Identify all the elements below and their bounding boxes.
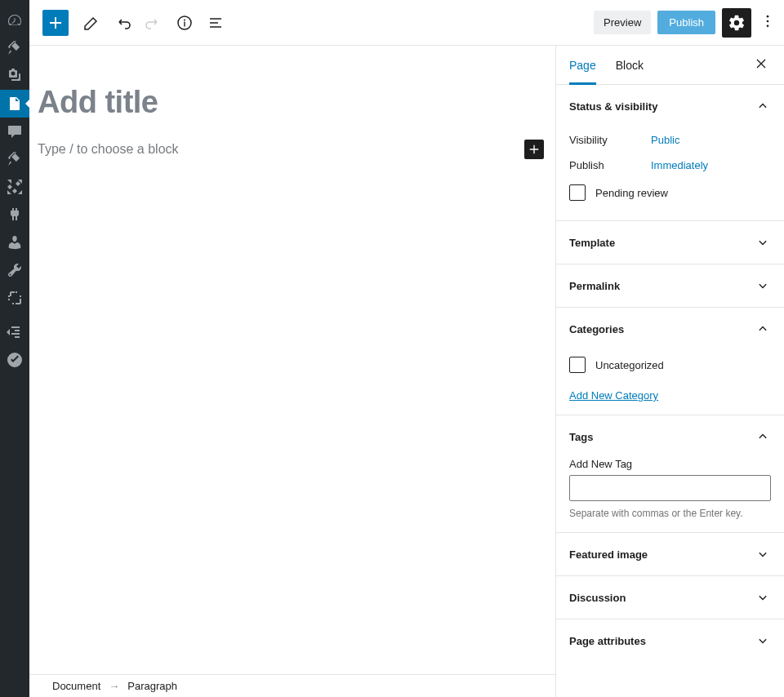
admin-pin2-icon[interactable] [0,145,29,173]
header-right: Preview Publish [594,8,777,38]
svg-point-3 [767,16,769,18]
chevron-down-icon [755,277,771,294]
admin-tools-icon[interactable] [0,256,29,284]
panel-page-attributes: Page attributes [556,619,784,662]
panel-categories-title: Categories [569,323,624,335]
settings-sidebar: Page Block Status & visibility Visibilit… [555,46,784,697]
panel-permalink-title: Permalink [569,280,620,292]
chevron-up-icon [755,428,771,445]
admin-pages-icon[interactable] [0,90,29,118]
title-field[interactable]: Add title [38,85,544,120]
panel-page-attributes-title: Page attributes [569,635,646,647]
add-tag-input[interactable] [569,475,771,501]
preview-button[interactable]: Preview [594,11,651,34]
outline-button[interactable] [201,8,230,38]
admin-media-icon[interactable] [0,62,29,90]
paragraph-placeholder: Type / to choose a block [38,142,179,157]
publish-button[interactable]: Publish [657,11,715,34]
visibility-label: Visibility [569,134,651,146]
pending-review-row: Pending review [569,178,771,207]
paragraph-block[interactable]: Type / to choose a block [38,140,544,159]
chevron-up-icon [755,98,771,114]
editor-header: Preview Publish [29,0,784,46]
panel-template-header[interactable]: Template [556,221,784,264]
breadcrumb-current[interactable]: Paragraph [127,680,177,692]
close-sidebar-button[interactable] [751,55,771,75]
panel-permalink-header[interactable]: Permalink [556,264,784,307]
main-region: Preview Publish Add title Type / to choo… [29,0,784,697]
add-block-button[interactable] [524,140,544,159]
chevron-down-icon [755,589,771,606]
tab-page[interactable]: Page [569,46,596,85]
panel-discussion-header[interactable]: Discussion [556,576,784,619]
edit-mode-button[interactable] [77,8,106,38]
svg-point-4 [767,20,769,23]
visibility-value[interactable]: Public [651,134,679,146]
add-category-link[interactable]: Add New Category [569,389,658,402]
panel-tags-title: Tags [569,431,593,443]
uncategorized-checkbox[interactable] [569,357,586,373]
admin-settings-icon[interactable] [0,284,29,312]
panel-featured-image-title: Featured image [569,548,648,561]
chevron-up-icon [755,321,771,337]
panel-status: Status & visibility Visibility Public Pu… [556,85,784,221]
uncategorized-label: Uncategorized [595,359,664,371]
admin-plugins-icon[interactable] [0,201,29,229]
visibility-row: Visibility Public [569,127,771,153]
sidebar-tabs: Page Block [556,46,784,85]
sidebar-toggle-button[interactable] [722,8,751,38]
undo-button[interactable] [108,8,137,38]
panel-template-title: Template [569,237,615,249]
chevron-down-icon [755,546,771,562]
publish-row: Publish Immediately [569,153,771,178]
admin-users-icon[interactable] [0,229,29,256]
editor-body: Add title Type / to choose a block Docum… [29,46,784,697]
admin-appearance-icon[interactable] [0,173,29,201]
panel-status-title: Status & visibility [569,100,657,113]
pending-review-checkbox[interactable] [569,184,586,201]
chevron-down-icon [755,633,771,649]
panel-featured-image-header[interactable]: Featured image [556,533,784,575]
admin-pin-icon[interactable] [0,34,29,62]
panel-tags-header[interactable]: Tags [556,415,784,458]
admin-collapse-icon[interactable] [0,318,29,346]
admin-dashboard-icon[interactable] [0,7,29,34]
breadcrumb: Document → Paragraph [29,674,555,697]
redo-button[interactable] [139,8,168,38]
admin-generic-icon[interactable] [0,346,29,374]
more-options-button[interactable] [758,8,777,38]
panel-categories: Categories Uncategorized Add New Categor… [556,308,784,415]
panel-categories-header[interactable]: Categories [556,308,784,350]
panel-discussion-title: Discussion [569,592,626,604]
breadcrumb-sep: → [109,680,119,692]
panel-status-header[interactable]: Status & visibility [556,85,784,127]
panel-template: Template [556,221,784,264]
admin-sidebar [0,0,29,697]
panel-page-attributes-header[interactable]: Page attributes [556,619,784,662]
svg-point-1 [184,19,185,20]
panel-discussion: Discussion [556,576,784,619]
details-button[interactable] [170,8,199,38]
admin-comments-icon[interactable] [0,118,29,145]
header-left [36,8,230,38]
editor-canvas: Add title Type / to choose a block Docum… [29,46,555,697]
panel-permalink: Permalink [556,264,784,308]
canvas-content: Add title Type / to choose a block [29,46,555,674]
svg-rect-2 [184,21,185,26]
svg-point-5 [767,25,769,28]
breadcrumb-root[interactable]: Document [52,680,100,692]
block-inserter-button[interactable] [42,10,69,36]
chevron-down-icon [755,234,771,251]
publish-label: Publish [569,159,651,171]
uncategorized-row: Uncategorized [569,350,771,380]
add-tag-label: Add New Tag [569,458,771,470]
tab-block[interactable]: Block [616,46,644,85]
panel-tags: Tags Add New Tag Separate with commas or… [556,415,784,533]
publish-value[interactable]: Immediately [651,159,708,171]
add-tag-help: Separate with commas or the Enter key. [569,508,771,519]
panel-featured-image: Featured image [556,533,784,576]
pending-review-label: Pending review [595,187,668,199]
